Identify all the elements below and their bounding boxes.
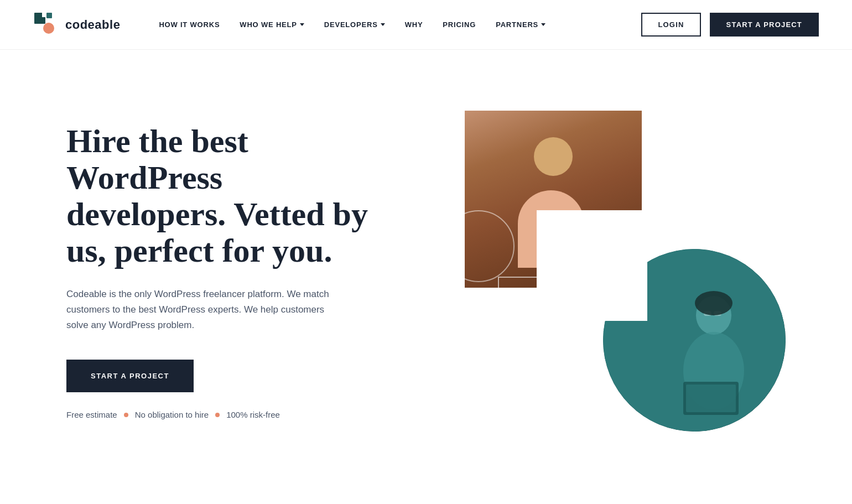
hero-subtext: Codeable is the only WordPress freelance… <box>66 287 332 333</box>
logo-text: codeable <box>65 18 120 32</box>
svg-rect-10 <box>686 385 736 412</box>
hero-content: Hire the best WordPress developers. Vett… <box>66 123 398 419</box>
badge-separator-2 <box>215 413 220 417</box>
nav-why[interactable]: WHY <box>405 20 423 29</box>
navbar: codeable HOW IT WORKS WHO WE HELP DEVELO… <box>0 0 852 50</box>
svg-point-11 <box>695 291 732 315</box>
badge-separator-1 <box>124 413 128 417</box>
badge-risk-free: 100% risk-free <box>226 410 280 419</box>
nav-actions: LOGIN START A PROJECT <box>641 13 819 37</box>
chevron-down-icon <box>300 23 304 26</box>
hero-badges: Free estimate No obligation to hire 100%… <box>66 410 376 419</box>
hero-imagery <box>420 111 786 432</box>
start-project-hero-button[interactable]: START A PROJECT <box>66 360 194 392</box>
chevron-down-icon <box>381 23 385 26</box>
chevron-down-icon <box>541 23 546 26</box>
svg-point-2 <box>43 23 54 34</box>
hero-section: Hire the best WordPress developers. Vett… <box>0 50 852 503</box>
start-project-nav-button[interactable]: START A PROJECT <box>710 13 819 37</box>
nav-who-we-help[interactable]: WHO WE HELP <box>240 20 304 29</box>
svg-rect-3 <box>42 13 46 17</box>
man-head-shape <box>534 137 573 176</box>
circle-outline-decoration <box>443 210 515 282</box>
white-square-overlay <box>537 210 647 321</box>
nav-developers[interactable]: DEVELOPERS <box>324 20 385 29</box>
login-button[interactable]: LOGIN <box>641 13 700 37</box>
nav-partners[interactable]: PARTNERS <box>496 20 546 29</box>
badge-no-obligation: No obligation to hire <box>135 410 209 419</box>
logo-link[interactable]: codeable <box>33 12 120 38</box>
nav-pricing[interactable]: PRICING <box>443 20 476 29</box>
logo-icon <box>33 12 60 38</box>
small-square-decoration <box>498 277 542 321</box>
svg-rect-1 <box>46 13 52 18</box>
badge-free-estimate: Free estimate <box>66 410 117 419</box>
nav-links: HOW IT WORKS WHO WE HELP DEVELOPERS WHY … <box>159 20 619 29</box>
nav-how-it-works[interactable]: HOW IT WORKS <box>159 20 220 29</box>
hero-headline: Hire the best WordPress developers. Vett… <box>66 123 376 269</box>
